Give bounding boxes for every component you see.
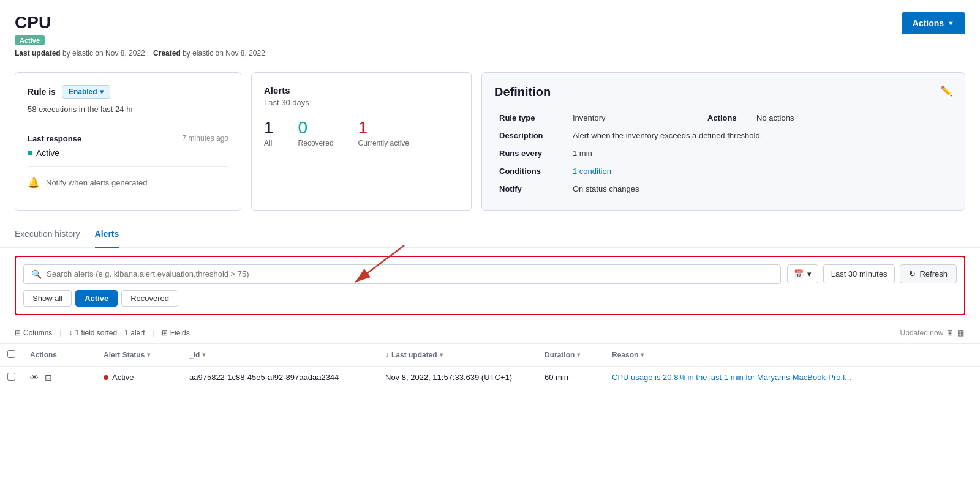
runs-every-value: 1 min: [568, 144, 703, 162]
row-id: aa975822-1c88-45e5-af92-897aadaa2344: [182, 366, 378, 389]
definition-card: Definition ✏️ Rule type Inventory Action…: [481, 72, 965, 211]
chevron-down-icon: ▾: [100, 88, 104, 96]
sort-asc-icon: ↓: [385, 351, 389, 359]
row-duration: 60 min: [537, 366, 605, 389]
alerts-card: Alerts Last 30 days 1 All 0 Recovered 1 …: [251, 72, 472, 211]
th-actions: Actions: [23, 344, 96, 367]
th-id[interactable]: _id ▾: [182, 344, 378, 367]
edit-icon[interactable]: ✏️: [940, 85, 952, 97]
active-badge: Active: [15, 35, 45, 45]
conditions-link[interactable]: 1 condition: [573, 166, 611, 176]
row-checkbox[interactable]: [7, 373, 15, 381]
search-input[interactable]: [47, 269, 773, 278]
alert-table: Actions Alert Status ▾ _id ▾: [0, 344, 980, 389]
calendar-button[interactable]: 📅 ▾: [787, 264, 818, 283]
description-label: Description: [494, 127, 568, 144]
sort-info: ↕ 1 field sorted: [69, 329, 117, 337]
rule-status: Active: [36, 148, 59, 158]
chevron-down-icon: ▾: [807, 269, 812, 278]
filter-show-all[interactable]: Show all: [23, 290, 72, 307]
count-all: 1 All: [264, 118, 274, 147]
table-row: 👁 ⊟ Active aa975822-1c88-45e5-af92-897aa…: [0, 366, 980, 389]
search-input-wrap[interactable]: 🔍: [23, 264, 781, 284]
th-last-updated[interactable]: ↓ Last updated ▾: [378, 344, 537, 367]
actions-label: Actions: [703, 109, 752, 127]
time-range-button[interactable]: Last 30 minutes: [823, 264, 895, 283]
table-controls: ⊟ Columns | ↕ 1 field sorted 1 alert | ⊞…: [0, 323, 980, 344]
rule-type-value: Inventory: [568, 109, 703, 127]
columns-button[interactable]: ⊟ Columns: [15, 329, 52, 337]
sort-icon: ▾: [202, 351, 205, 358]
definition-title: Definition: [494, 85, 551, 99]
notify-label: Notify: [494, 180, 568, 198]
time-ago: 7 minutes ago: [183, 134, 228, 143]
bell-icon: 🔔: [28, 177, 40, 189]
meta-info: Last updated by elastic on Nov 8, 2022 C…: [15, 49, 265, 58]
last-response-label: Last response: [28, 134, 81, 143]
count-active: 1 Currently active: [358, 118, 409, 147]
chevron-down-icon: ▼: [948, 20, 954, 27]
fields-button[interactable]: ⊞ Fields: [162, 329, 190, 337]
updated-text: Updated now: [900, 329, 944, 337]
notify-value: On status changes: [568, 180, 703, 198]
filter-row: Show all Active Recovered: [23, 290, 957, 307]
sort-icon: ▾: [577, 351, 580, 358]
page-title: CPU: [15, 12, 265, 33]
refresh-icon: ↻: [909, 269, 916, 278]
row-reason[interactable]: CPU usage is 20.8% in the last 1 min for…: [612, 373, 851, 382]
tab-execution-history[interactable]: Execution history: [15, 229, 80, 248]
rule-card: Rule is Enabled ▾ 58 executions in the l…: [15, 72, 241, 211]
fields-icon: ⊞: [162, 329, 168, 337]
th-alert-status[interactable]: Alert Status ▾: [96, 344, 182, 367]
select-all-checkbox[interactable]: [7, 350, 15, 358]
executions-text: 58 executions in the last 24 hr: [28, 105, 228, 114]
list-view-icon[interactable]: ▦: [957, 329, 964, 337]
alerts-title: Alerts: [264, 85, 459, 95]
conditions-label: Conditions: [494, 162, 568, 180]
runs-every-label: Runs every: [494, 144, 568, 162]
grid-view-icon[interactable]: ⊞: [947, 329, 953, 337]
actions-button[interactable]: Actions ▼: [902, 12, 965, 34]
th-duration[interactable]: Duration ▾: [537, 344, 605, 367]
grid-icon[interactable]: ⊟: [45, 373, 52, 383]
red-dot-icon: [104, 375, 108, 380]
columns-icon: ⊟: [15, 329, 21, 337]
alert-count: 1 alert: [124, 329, 145, 337]
row-status: Active: [104, 373, 175, 382]
search-icon: 🔍: [31, 269, 42, 279]
sort-icon: ▾: [440, 351, 443, 358]
green-dot-icon: [28, 151, 32, 155]
sort-icon: ▾: [147, 351, 150, 358]
search-section: 🔍 📅 ▾ Last 30 minutes ↻ Refresh Show all…: [15, 256, 965, 315]
sort-icon: ↕: [69, 329, 72, 337]
calendar-icon: 📅: [794, 269, 804, 278]
row-last-updated: Nov 8, 2022, 11:57:33.639 (UTC+1): [378, 366, 537, 389]
enabled-button[interactable]: Enabled ▾: [62, 85, 110, 99]
th-reason[interactable]: Reason ▾: [605, 344, 980, 367]
status-text: Active: [112, 373, 134, 382]
eye-icon[interactable]: 👁: [30, 373, 39, 383]
description-value: Alert when the inventory exceeds a defin…: [568, 127, 952, 144]
rule-label: Rule is: [28, 87, 56, 97]
count-recovered: 0 Recovered: [298, 118, 334, 147]
refresh-button[interactable]: ↻ Refresh: [900, 264, 957, 283]
tabs-row: Execution history Alerts: [0, 218, 980, 248]
filter-active[interactable]: Active: [75, 290, 118, 307]
sort-icon: ▾: [641, 351, 644, 358]
filter-recovered[interactable]: Recovered: [121, 290, 178, 307]
alerts-period: Last 30 days: [264, 98, 459, 107]
actions-value: No actions: [752, 109, 952, 127]
row-action-icons: 👁 ⊟: [30, 373, 89, 383]
tab-alerts[interactable]: Alerts: [95, 229, 119, 248]
rule-type-label: Rule type: [494, 109, 568, 127]
notify-text: Notify when alerts generated: [46, 178, 147, 187]
